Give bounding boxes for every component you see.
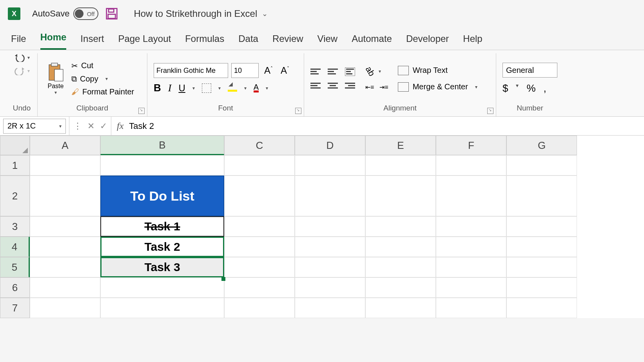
svg-rect-1 (109, 9, 114, 12)
align-right-button[interactable] (345, 81, 355, 90)
font-launcher[interactable] (295, 108, 301, 114)
row-header-1[interactable]: 1 (0, 155, 30, 176)
tab-developer[interactable]: Developer (406, 33, 449, 50)
name-box[interactable]: 2R x 1C▾ (3, 119, 66, 134)
font-color-button[interactable]: A (254, 83, 259, 92)
col-header-c[interactable]: C (224, 136, 295, 155)
fill-color-button[interactable] (228, 85, 237, 92)
tab-help[interactable]: Help (463, 33, 482, 50)
col-header-b[interactable]: B (100, 136, 224, 155)
merge-icon (398, 82, 409, 92)
cell-a1[interactable] (30, 155, 100, 176)
tab-formulas[interactable]: Formulas (185, 33, 224, 50)
title-bar: X AutoSave Off How to Strikethrough in E… (0, 0, 644, 27)
group-label-clipboard: Clipboard (44, 104, 141, 114)
decrease-indent-button[interactable]: ⇤≡ (365, 83, 374, 91)
formula-options-icon[interactable]: ⋮ (73, 121, 82, 131)
redo-button[interactable]: ▾ (14, 67, 30, 75)
enter-formula-button[interactable]: ✓ (100, 121, 107, 131)
formula-value[interactable]: Task 2 (129, 121, 154, 131)
cell-b3[interactable]: Task 1 (100, 216, 224, 237)
col-header-g[interactable]: G (506, 136, 577, 155)
tab-page-layout[interactable]: Page Layout (118, 33, 171, 50)
svg-rect-5 (54, 69, 63, 81)
underline-button[interactable]: U (178, 83, 185, 94)
cell-b5[interactable]: Task 3 (100, 257, 224, 277)
excel-app-icon: X (8, 7, 20, 20)
italic-button[interactable]: I (168, 82, 172, 94)
col-header-e[interactable]: E (365, 136, 436, 155)
cell-b2[interactable]: To Do List (100, 176, 224, 216)
worksheet: A B C D E F G 1 2 To Do List 3 Task 1 4 (0, 136, 644, 318)
cell-b1[interactable] (100, 155, 224, 176)
undo-button[interactable]: ▾ (14, 53, 30, 62)
borders-button[interactable] (202, 83, 211, 93)
alignment-launcher[interactable] (487, 108, 493, 114)
copy-icon: ⧉ (71, 74, 77, 83)
align-middle-button[interactable] (328, 67, 338, 76)
col-header-f[interactable]: F (436, 136, 506, 155)
cell-b4[interactable]: Task 2 (100, 237, 224, 257)
merge-center-button[interactable]: Merge & Center▾ (398, 82, 477, 92)
group-alignment: ab▾ ⇤≡ ⇥≡ Wrap Text Merge & Center▾ Alig… (304, 53, 496, 116)
wrap-text-button[interactable]: Wrap Text (398, 66, 477, 75)
font-name-select[interactable] (154, 63, 228, 78)
autosave-label: AutoSave (32, 9, 69, 19)
paste-button[interactable]: Paste ▾ (44, 62, 67, 95)
group-label-number: Number (503, 104, 557, 114)
currency-button[interactable]: $ (503, 82, 508, 94)
row-header-4[interactable]: 4 (0, 237, 30, 257)
tab-home[interactable]: Home (40, 32, 67, 50)
tab-automate[interactable]: Automate (352, 33, 392, 50)
group-font: A˄ A˅ B I U▾ ▾ ▾ A▾ Font (147, 53, 304, 116)
increase-indent-button[interactable]: ⇥≡ (379, 83, 388, 91)
number-format-select[interactable] (503, 63, 557, 78)
clipboard-launcher[interactable] (138, 108, 145, 114)
align-bottom-button[interactable] (345, 67, 355, 76)
col-header-d[interactable]: D (295, 136, 365, 155)
increase-font-button[interactable]: A˄ (262, 65, 275, 76)
select-all-corner[interactable] (0, 136, 30, 155)
tab-review[interactable]: Review (272, 33, 303, 50)
tab-data[interactable]: Data (238, 33, 258, 50)
selection-handle[interactable] (221, 277, 225, 281)
paintbrush-icon: 🖌 (71, 87, 79, 96)
cancel-formula-button[interactable]: ✕ (87, 121, 94, 131)
wrap-text-icon (398, 66, 409, 75)
orientation-button[interactable]: ab (363, 65, 377, 78)
group-clipboard: Paste ▾ ✂Cut ⧉Copy▾ 🖌Format Painter Clip… (38, 53, 147, 116)
svg-rect-4 (51, 63, 58, 66)
fx-icon[interactable]: fx (117, 121, 123, 131)
row-header-2[interactable]: 2 (0, 176, 30, 216)
percent-button[interactable]: % (526, 82, 535, 94)
tab-insert[interactable]: Insert (80, 33, 104, 50)
cell-c1[interactable] (224, 155, 295, 176)
align-left-button[interactable] (310, 81, 321, 90)
row-header-7[interactable]: 7 (0, 298, 30, 318)
row-header-6[interactable]: 6 (0, 277, 30, 298)
bold-button[interactable]: B (154, 82, 161, 94)
row-header-5[interactable]: 5 (0, 257, 30, 277)
font-size-select[interactable] (231, 63, 259, 78)
format-painter-button[interactable]: 🖌Format Painter (71, 87, 134, 96)
group-label-undo: Undo (13, 104, 31, 114)
svg-rect-2 (108, 14, 116, 18)
autosave-toggle[interactable]: Off (73, 7, 98, 20)
document-title[interactable]: How to Strikethrough in Excel (134, 8, 257, 19)
row-header-3[interactable]: 3 (0, 216, 30, 237)
tab-view[interactable]: View (317, 33, 338, 50)
copy-button[interactable]: ⧉Copy▾ (71, 74, 134, 83)
cell-a2[interactable] (30, 176, 100, 216)
decrease-font-button[interactable]: A˅ (278, 65, 292, 76)
ribbon-tabs: File Home Insert Page Layout Formulas Da… (0, 27, 644, 50)
formula-bar: 2R x 1C▾ ⋮ ✕ ✓ fx Task 2 (0, 117, 644, 136)
align-top-button[interactable] (310, 67, 321, 76)
comma-button[interactable]: , (544, 82, 546, 94)
tab-file[interactable]: File (11, 33, 26, 50)
chevron-down-icon[interactable]: ⌄ (262, 9, 268, 18)
cut-button[interactable]: ✂Cut (71, 61, 134, 71)
scissors-icon: ✂ (71, 61, 78, 71)
align-center-button[interactable] (328, 81, 338, 90)
save-icon[interactable] (105, 7, 118, 20)
col-header-a[interactable]: A (30, 136, 100, 155)
